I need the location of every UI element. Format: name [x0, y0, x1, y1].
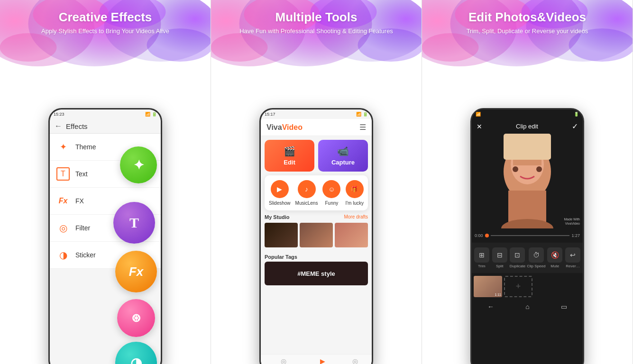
- capture-button[interactable]: 📹 Capture: [318, 140, 368, 172]
- me-icon: ◎: [352, 357, 358, 364]
- viva-header: VivaVideo ☰: [261, 119, 372, 136]
- status-icons-3: 🔋: [574, 112, 579, 117]
- clip-edit-header: ✕ Clip edit ✓: [472, 119, 583, 134]
- panel-2-title: Multiple Tools: [275, 10, 358, 24]
- bubble-theme: ✦: [120, 146, 157, 183]
- theme-icon: ✦: [56, 140, 70, 154]
- sticker-icon: ◑: [56, 248, 70, 262]
- feature-row: ▶ Slideshow ♪ MusicLens ☺ Funny: [265, 175, 368, 210]
- status-time-3: 📶: [476, 112, 481, 117]
- mute-icon: 🔇: [547, 247, 562, 263]
- status-time-1: 15:23: [54, 112, 64, 117]
- status-icons-2: 📶 🔋: [356, 112, 368, 117]
- studio-thumb-1[interactable]: [265, 223, 298, 247]
- clip-close-icon[interactable]: ✕: [477, 123, 482, 130]
- nav-home-icon[interactable]: ⌂: [525, 303, 529, 310]
- panel-2-subtitle: Have Fun with Professional Shooting & Ed…: [228, 27, 404, 36]
- home-icon: ▶: [320, 357, 325, 364]
- svg-point-27: [513, 166, 518, 172]
- vivaplanet-icon: ◎: [281, 357, 286, 364]
- svg-rect-26: [504, 134, 551, 160]
- bottom-nav: ◎ VivaPlanet ▶ ◎ Me: [261, 354, 372, 364]
- tool-duplicate[interactable]: ⊡ Duplicate: [509, 247, 526, 268]
- edit-tools: ⊞ Trim ⊟ Split ⊡ Duplicate ⏱ Clip Speed: [472, 243, 583, 273]
- nav-vivaplanet[interactable]: ◎ VivaPlanet: [275, 357, 293, 364]
- status-time-2: 15:17: [265, 112, 275, 117]
- studio-thumb-3[interactable]: [335, 223, 368, 247]
- split-icon: ⊟: [492, 247, 507, 263]
- studio-title: My Studio: [265, 214, 290, 220]
- tool-split[interactable]: ⊟ Split: [491, 247, 508, 268]
- tool-reverse[interactable]: ↩ Rever…: [564, 247, 581, 268]
- nav-me[interactable]: ◎ Me: [352, 357, 358, 364]
- tool-trim[interactable]: ⊞ Trim: [473, 247, 490, 268]
- phone-1: 15:23 📶 🔋 ← Effects ✦ Theme T Text: [48, 108, 162, 364]
- back-arrow-icon[interactable]: ←: [55, 122, 62, 130]
- main-buttons: 🎬 Edit 📹 Capture: [261, 136, 372, 175]
- theme-label: Theme: [75, 143, 96, 151]
- funny-icon: ☺: [322, 180, 340, 198]
- feature-musiclens[interactable]: ♪ MusicLens: [295, 180, 318, 206]
- panel-multiple-tools: Multiple Tools Have Fun with Professiona…: [211, 0, 422, 364]
- tag-meme[interactable]: #MEME style: [265, 262, 368, 285]
- edit-label: Edit: [284, 159, 295, 166]
- capture-icon: 📹: [337, 146, 349, 157]
- nav-recent-icon[interactable]: ▭: [561, 303, 567, 310]
- studio-header: My Studio More drafts: [265, 214, 368, 220]
- video-woman-bg: [472, 134, 583, 228]
- feature-lucky[interactable]: 🎁 I'm lucky: [345, 180, 364, 206]
- tools-row: ⊞ Trim ⊟ Split ⊡ Duplicate ⏱ Clip Speed: [472, 246, 583, 270]
- edit-icon: 🎬: [284, 146, 295, 157]
- slideshow-label: Slideshow: [269, 200, 291, 206]
- time-start: 0:00: [475, 233, 483, 238]
- panel-creative-effects: Creative Effects Apply Stylish Effects t…: [0, 0, 211, 364]
- feature-funny[interactable]: ☺ Funny: [322, 180, 340, 206]
- lucky-icon: 🎁: [346, 180, 364, 198]
- phone-1-screen: 15:23 📶 🔋 ← Effects ✦ Theme T Text: [50, 109, 161, 364]
- time-end: 1:27: [571, 233, 580, 238]
- reverse-label: Rever…: [566, 264, 579, 268]
- svg-point-28: [536, 166, 542, 172]
- studio-section: My Studio More drafts: [261, 210, 372, 251]
- phone-3: 📶 🔋 ✕ Clip edit ✓: [470, 108, 584, 364]
- lucky-label: I'm lucky: [345, 200, 364, 206]
- panel-edit-photos-videos: Edit Photos&Videos Trim, Split, Duplicat…: [422, 0, 633, 364]
- studio-thumbs: [265, 223, 368, 247]
- edit-button[interactable]: 🎬 Edit: [265, 140, 314, 172]
- tag-meme-text: #MEME style: [297, 270, 335, 277]
- logo-video: Video: [282, 123, 303, 131]
- studio-thumb-2[interactable]: [300, 223, 333, 247]
- system-nav: ← ⌂ ▭: [472, 300, 583, 313]
- viva-logo: VivaVideo: [266, 123, 303, 132]
- more-drafts-link[interactable]: More drafts: [344, 214, 368, 220]
- feature-slideshow[interactable]: ▶ Slideshow: [269, 180, 291, 206]
- logo-viva: Viva: [266, 123, 282, 131]
- clip-add-button[interactable]: +: [504, 276, 532, 297]
- filter-label: Filter: [75, 224, 90, 232]
- funny-label: Funny: [325, 200, 339, 206]
- status-icons-1: 📶 🔋: [145, 112, 157, 117]
- bubble-fx: Fx: [115, 251, 157, 292]
- watermark-line2: VivaVideo: [565, 222, 580, 225]
- video-watermark: Made With VivaVideo: [564, 217, 580, 226]
- clip-timeline: 1:11 +: [472, 273, 583, 300]
- sticker-label: Sticker: [75, 251, 96, 259]
- timeline-dot[interactable]: [485, 234, 489, 237]
- clip-edit-title: Clip edit: [516, 123, 538, 130]
- clip-check-icon[interactable]: ✓: [572, 122, 578, 131]
- status-bar-1: 15:23 📶 🔋: [50, 109, 161, 119]
- effects-header: ← Effects: [50, 119, 161, 134]
- bubble-text: T: [113, 202, 155, 244]
- duplicate-icon: ⊡: [510, 247, 525, 263]
- panel-1-subtitle: Apply Stylish Effects to Bring Your Vide…: [30, 27, 181, 36]
- clip-thumb-1[interactable]: 1:11: [474, 276, 502, 297]
- tool-mute[interactable]: 🔇 Mute: [546, 247, 563, 268]
- menu-icon[interactable]: ☰: [359, 123, 366, 132]
- reverse-icon: ↩: [565, 247, 580, 263]
- tool-clip-speed[interactable]: ⏱ Clip Speed: [527, 247, 545, 268]
- nav-home[interactable]: ▶: [320, 357, 325, 364]
- status-bar-2: 15:17 📶 🔋: [261, 109, 372, 119]
- trim-icon: ⊞: [474, 247, 489, 263]
- nav-back-icon[interactable]: ←: [487, 303, 494, 310]
- slideshow-icon: ▶: [271, 180, 289, 198]
